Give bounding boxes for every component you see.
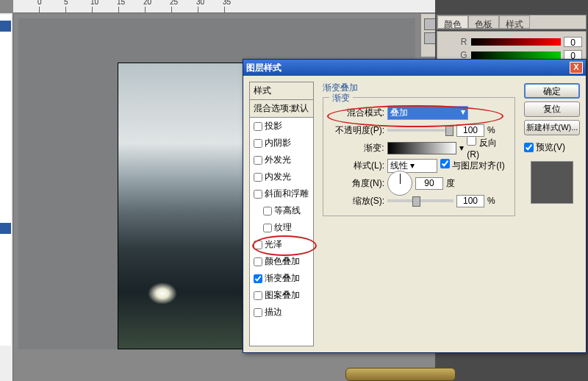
fx-pattern-overlay[interactable]: 图案叠加 [250, 287, 313, 304]
style-label: 样式(L): [329, 160, 384, 172]
scale-slider[interactable] [387, 199, 453, 202]
blend-mode-label: 混合模式: [329, 107, 384, 119]
scale-input[interactable] [456, 195, 484, 207]
fx-texture[interactable]: 纹理 [250, 219, 313, 236]
tab-color[interactable]: 颜色 [437, 15, 468, 29]
g-slider[interactable] [471, 51, 561, 59]
r-label: R [459, 37, 468, 47]
styles-list: 样式 混合选项:默认 投影 内阴影 外发光 内发光 斜面和浮雕 等高线 纹理 光… [249, 82, 314, 346]
dialog-titlebar[interactable]: 图层样式 X [243, 60, 586, 76]
blending-options[interactable]: 混合选项:默认 [250, 100, 313, 118]
fx-inner-glow[interactable]: 内发光 [250, 168, 313, 185]
gradient-label: 渐变: [329, 142, 384, 154]
tab-swatches[interactable]: 色板 [468, 15, 499, 29]
align-checkbox[interactable]: 与图层对齐(I) [440, 159, 505, 172]
preview-checkbox[interactable]: 预览(V) [524, 141, 580, 154]
fx-contour[interactable]: 等高线 [250, 202, 313, 219]
scale-label: 缩放(S): [329, 195, 384, 207]
fx-inner-shadow[interactable]: 内阴影 [250, 135, 313, 152]
new-style-button[interactable]: 新建样式(W)... [524, 120, 580, 135]
gradient-picker[interactable] [387, 142, 457, 154]
options-panel: 渐变叠加 渐变 混合模式: 叠加 ▾ 不透明度(P): % 渐变: ▾ 反向(R… [320, 82, 518, 346]
angle-label: 角度(N): [329, 177, 384, 190]
reverse-checkbox[interactable]: 反向(R) [467, 136, 509, 160]
fieldset-legend: 渐变 [329, 92, 353, 104]
dialog-buttons: 确定 复位 新建样式(W)... 预览(V) [524, 82, 580, 346]
fx-satin[interactable]: 光泽 [250, 236, 313, 253]
fx-stroke[interactable]: 描边 [250, 304, 313, 321]
opacity-input[interactable] [456, 124, 484, 137]
document-image[interactable] [118, 63, 246, 349]
style-select[interactable]: 线性 ▾ [387, 159, 437, 173]
dialog-title: 图层样式 [246, 62, 570, 74]
cancel-button[interactable]: 复位 [524, 102, 580, 117]
tab-styles[interactable]: 样式 [499, 15, 530, 29]
r-slider[interactable] [471, 38, 561, 46]
fx-gradient-overlay[interactable]: 渐变叠加 [250, 270, 313, 287]
preview-thumbnail [531, 161, 573, 204]
fx-bevel[interactable]: 斜面和浮雕 [250, 185, 313, 202]
ok-button[interactable]: 确定 [524, 83, 580, 99]
opacity-label: 不透明度(P): [329, 124, 384, 137]
angle-dial[interactable] [387, 171, 412, 196]
fx-drop-shadow[interactable]: 投影 [250, 118, 313, 135]
fx-color-overlay[interactable]: 颜色叠加 [250, 253, 313, 270]
blend-mode-select[interactable]: 叠加 ▾ [387, 106, 468, 120]
close-button[interactable]: X [570, 62, 583, 74]
r-value[interactable]: 0 [564, 37, 582, 47]
bottom-decoration [345, 368, 456, 381]
opacity-slider[interactable] [387, 129, 453, 132]
layer-style-dialog: 图层样式 X 样式 混合选项:默认 投影 内阴影 外发光 内发光 斜面和浮雕 等… [243, 59, 587, 353]
fx-outer-glow[interactable]: 外发光 [250, 152, 313, 168]
angle-input[interactable] [415, 177, 443, 190]
styles-header[interactable]: 样式 [250, 82, 313, 100]
